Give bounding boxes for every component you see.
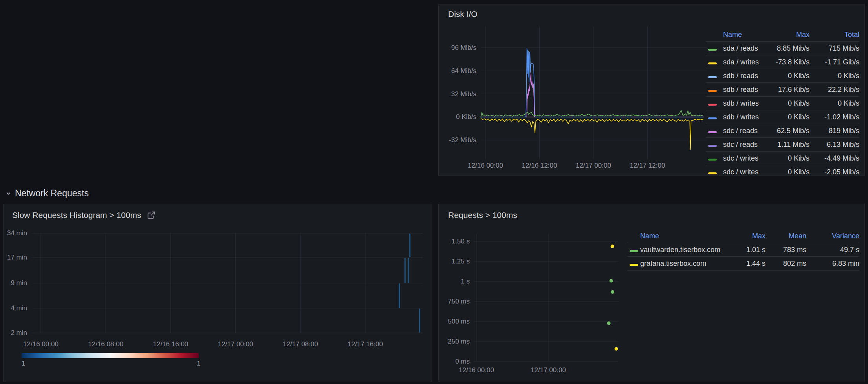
legend-value-total: -4.49 Mib/s [809, 154, 859, 163]
legend-series-name[interactable]: sdc / reads [723, 141, 766, 149]
legend-value-total: 22.2 Kib/s [809, 86, 859, 94]
legend-value-total: 715 Mib/s [809, 44, 859, 53]
legend-series-swatch [706, 127, 723, 135]
legend-row: grafana.tiserbox.com1.44 s802 ms6.83 min [627, 257, 859, 271]
legend-row: sda / writes-73.8 Kib/s-1.71 Gib/s [706, 55, 859, 69]
x-axis-tick-label: 12/16 08:00 [88, 340, 123, 348]
legend-value-variance: 49.7 s [806, 246, 859, 254]
legend-series-swatch [706, 58, 723, 66]
series-sdc-reads-burst [527, 74, 535, 117]
legend-series-swatch [706, 154, 723, 163]
section-header-network-requests[interactable]: Network Requests [5, 187, 89, 199]
legend-column-header-mean[interactable]: Mean [765, 232, 806, 240]
legend-value-total: 0 Kib/s [809, 99, 859, 108]
x-axis-tick-label: 12/16 12:00 [522, 162, 557, 169]
panel-title-text: Requests > 100ms [448, 210, 517, 220]
color-scale-min-label: 1 [22, 360, 25, 368]
legend-series-name[interactable]: sdb / writes [723, 113, 766, 121]
legend-series-swatch [706, 44, 723, 53]
legend-series-swatch [706, 168, 723, 176]
disk-io-legend-table: NameMaxTotalsda / reads8.85 Mib/s715 Mib… [706, 28, 859, 176]
panel-title-disk-io[interactable]: Disk I/O [448, 9, 478, 19]
panel-requests-over-100ms: Requests > 100ms 1.50 s1.25 s1 s750 ms50… [438, 204, 865, 382]
y-axis-tick-label: 17 min [7, 254, 27, 261]
legend-series-swatch [627, 246, 640, 254]
legend-value-max: 1.01 s [726, 246, 765, 254]
x-axis-tick-label: 12/16 00:00 [468, 162, 503, 169]
heatmap-cell[interactable] [419, 309, 420, 333]
legend-value-total: -1.71 Gib/s [809, 58, 859, 66]
legend-series-name[interactable]: sdc / reads [723, 127, 766, 135]
scatter-point-vaultwarden-tiserbox-com[interactable] [611, 290, 614, 294]
legend-series-name[interactable]: sda / writes [723, 58, 766, 66]
legend-series-name[interactable]: sdc / writes [723, 154, 766, 163]
legend-series-swatch [706, 141, 723, 149]
legend-series-name[interactable]: sdb / writes [723, 99, 766, 108]
legend-series-swatch [706, 72, 723, 80]
legend-series-name[interactable]: sdc / writes [723, 168, 766, 176]
legend-series-swatch [706, 99, 723, 108]
scatter-point-grafana-tiserbox-com[interactable] [611, 245, 614, 248]
panel-slow-requests-histogram: Slow Requests Histogram > 100ms 34 min17… [3, 204, 432, 382]
legend-series-swatch [627, 260, 640, 268]
panel-disk-io: Disk I/O 96 Mib/s64 Mib/s32 Mib/s0 Kib/s… [438, 4, 865, 176]
y-axis-tick-label: 250 ms [448, 338, 470, 345]
y-axis-tick-label: 500 ms [448, 318, 470, 325]
y-axis-tick-label: 34 min [7, 229, 27, 237]
y-axis-tick-label: 0 ms [455, 358, 470, 365]
x-axis-tick-label: 12/16 00:00 [23, 340, 59, 348]
legend-value-max: 1.44 s [726, 260, 765, 268]
y-axis-tick-label: 0 Kib/s [456, 113, 476, 121]
legend-column-header-name[interactable]: Name [640, 232, 726, 240]
legend-value-variance: 6.83 min [806, 260, 859, 268]
legend-value-mean: 783 ms [765, 246, 806, 254]
legend-series-name[interactable]: sda / reads [723, 44, 766, 53]
legend-row: sdc / reads62.5 Mib/s819 Mib/s [706, 124, 859, 138]
heatmap-cell[interactable] [399, 283, 400, 308]
series-sda-writes [481, 119, 703, 150]
legend-column-header-name[interactable]: Name [723, 31, 766, 39]
scatter-point-vaultwarden-tiserbox-com[interactable] [610, 279, 613, 283]
legend-row: sdb / reads0 Kib/s0 Kib/s [706, 69, 859, 83]
y-axis-tick-label: 1 s [461, 278, 470, 285]
legend-column-header-max[interactable]: Max [726, 232, 765, 240]
legend-value-max: 8.85 Mib/s [766, 44, 809, 53]
y-axis-tick-label: 9 min [11, 279, 27, 287]
legend-value-total: 819 Mib/s [809, 127, 859, 135]
panel-title-requests[interactable]: Requests > 100ms [448, 210, 517, 220]
legend-value-max: 17.6 Kib/s [766, 86, 809, 94]
legend-column-header-variance[interactable]: Variance [806, 232, 859, 240]
y-axis-tick-label: 1.25 s [452, 258, 470, 265]
legend-column-header-total[interactable]: Total [809, 31, 859, 39]
panel-title-slow-requests[interactable]: Slow Requests Histogram > 100ms [12, 210, 156, 220]
legend-row: vaultwarden.tiserbox.com1.01 s783 ms49.7… [627, 243, 859, 257]
requests-legend-table: NameMaxMeanVariancevaultwarden.tiserbox.… [627, 229, 859, 271]
scatter-point-grafana-tiserbox-com[interactable] [615, 347, 618, 351]
legend-value-max: 0 Kib/s [766, 72, 809, 80]
legend-row: sdb / writes0 Kib/s0 Kib/s [706, 97, 859, 110]
legend-column-header-max[interactable]: Max [766, 31, 809, 39]
y-axis-tick-label: 64 Mib/s [451, 67, 476, 75]
legend-row: sdc / writes0 Kib/s-4.49 Mib/s [706, 152, 859, 165]
legend-row: sdb / reads17.6 Kib/s22.2 Kib/s [706, 83, 859, 97]
external-link-icon[interactable] [147, 211, 156, 219]
heatmap-cell[interactable] [408, 258, 409, 283]
x-axis-tick-label: 12/17 00:00 [531, 366, 566, 374]
y-axis-tick-label: 1.50 s [452, 238, 470, 245]
legend-series-name[interactable]: grafana.tiserbox.com [640, 260, 726, 268]
legend-series-swatch [706, 113, 723, 121]
legend-row: sda / reads8.85 Mib/s715 Mib/s [706, 42, 859, 55]
legend-value-total: -2.05 Mib/s [809, 168, 859, 176]
heatmap-cell[interactable] [405, 258, 406, 283]
legend-value-max: 1.11 Mib/s [766, 141, 809, 149]
legend-series-name[interactable]: sdb / reads [723, 86, 766, 94]
heatmap-cell[interactable] [409, 234, 410, 257]
legend-series-name[interactable]: vaultwarden.tiserbox.com [640, 246, 726, 254]
x-axis-tick-label: 12/17 12:00 [630, 162, 665, 169]
legend-row: sdb / writes0 Kib/s-1.02 Mib/s [706, 110, 859, 124]
scatter-point-vaultwarden-tiserbox-com[interactable] [607, 322, 611, 325]
legend-value-max: -73.8 Kib/s [766, 58, 809, 66]
legend-series-name[interactable]: sdb / reads [723, 72, 766, 80]
legend-value-max: 62.5 Mib/s [766, 127, 809, 135]
x-axis-tick-label: 12/17 00:00 [218, 340, 253, 348]
